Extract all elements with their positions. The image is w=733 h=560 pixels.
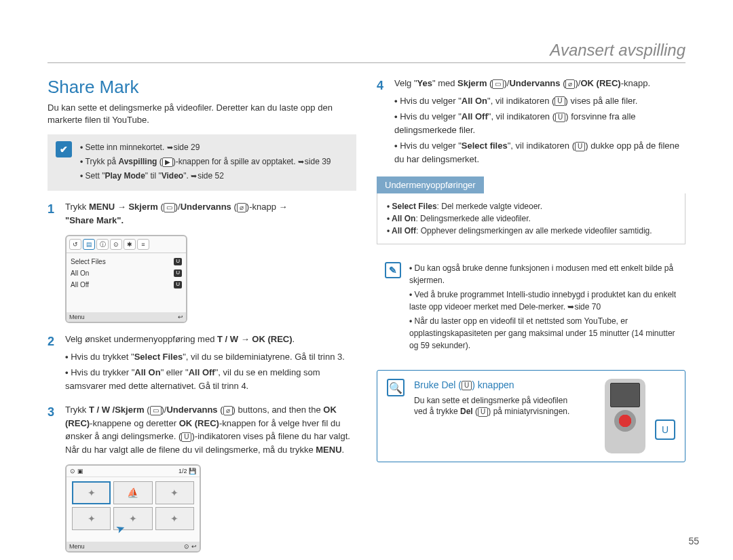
tip-text: Du kan sette et delingsmerke på videofil… <box>414 395 595 418</box>
tip-box: 🔍 Bruke Del (U) knappen Du kan sette et … <box>377 370 685 462</box>
underwater-icon: ⌀ <box>565 79 575 89</box>
step-number-4: 4 <box>377 77 388 168</box>
underwater-icon: ⌀ <box>237 203 246 212</box>
page-header: Avansert avspilling <box>48 41 685 63</box>
submenu-heading: Undermenyoppføringer <box>377 176 484 193</box>
step-2-text: Velg ønsket undermenyoppføring med T / W… <box>65 333 356 395</box>
section-intro: Du kan sette et delingsmerke på videofil… <box>48 102 356 126</box>
thumbnail-screenshot: ⊙ ▣1/2 💾 ✦⛵✦ ✦✦✦ ➤ Menu⊙ ↩ <box>65 464 201 553</box>
screen-icon: ▭ <box>492 79 504 89</box>
step-3-text: Trykk T / W /Skjerm (▭)/Undervanns (⌀) b… <box>65 403 356 456</box>
step-number-3: 3 <box>48 403 58 456</box>
prerequisite-box: ✔ Sette inn minnekortet. side 29 Trykk p… <box>48 134 356 191</box>
check-icon: ✔ <box>56 141 72 157</box>
info-box: ✎ Du kan også bruke denne funksjonen i m… <box>377 255 685 360</box>
screen-icon: ▭ <box>150 406 162 415</box>
share-indicator-icon: U <box>181 432 191 442</box>
magnifier-icon: 🔍 <box>387 379 405 396</box>
share-button-icon: U <box>655 419 675 440</box>
underwater-icon: ⌀ <box>223 406 233 415</box>
prereq-item: Sette inn minnekortet. side 29 <box>80 141 348 153</box>
device-illustration <box>605 379 645 453</box>
note-icon: ✎ <box>385 262 401 278</box>
share-icon: U <box>462 381 472 390</box>
screen-icon: ▭ <box>164 203 175 212</box>
step-number-1: 1 <box>48 200 58 227</box>
prereq-item: Sett "Play Mode" til "Video". side 52 <box>80 170 348 182</box>
prereq-item: Trykk på Avspilling (▶)-knappen for å sp… <box>80 155 348 168</box>
page-number: 55 <box>688 536 699 546</box>
step-4-text: Velg "Yes" med Skjerm (▭)/Undervanns (⌀)… <box>394 77 685 168</box>
step-number-2: 2 <box>48 333 58 395</box>
play-icon: ▶ <box>162 157 173 167</box>
submenu-description: Select Files: Del merkede valgte videoer… <box>377 193 685 244</box>
step-1-text: Trykk MENU → Skjerm (▭)/Undervanns (⌀)-k… <box>65 200 356 227</box>
menu-screenshot: ↺ ▤ ⓘ ⊙ ✱ ≡ Select FilesU All OnU All Of… <box>65 235 187 323</box>
section-title: Share Mark <box>48 77 356 98</box>
tip-title: Bruke Del (U) knappen <box>414 379 595 392</box>
